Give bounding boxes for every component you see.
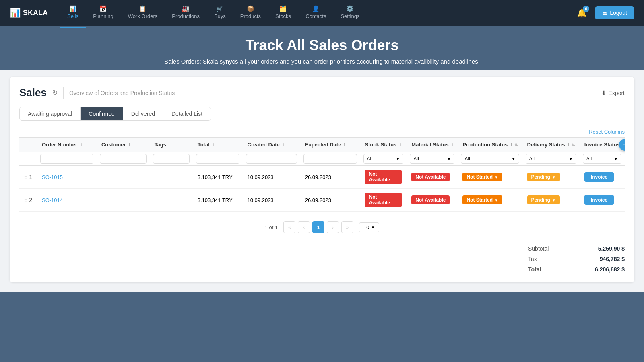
export-button[interactable]: ⬇ Export — [601, 90, 625, 96]
col-header-total: Total ℹ — [193, 138, 243, 152]
expected-date-filter[interactable] — [303, 154, 357, 164]
tax-value: 946,782 $ — [584, 256, 625, 262]
invoice-status-filter[interactable]: All ▼ — [583, 154, 621, 164]
row-2-handle: ≡ 2 — [24, 197, 32, 203]
row-1-stock-status-badge: Not Available — [365, 170, 402, 184]
row-1-tags — [150, 166, 193, 189]
col-header-expected-date: Expected Date ℹ — [300, 138, 360, 152]
row-2-delivery-status-dropdown[interactable]: Pending ▼ — [527, 195, 560, 204]
col-header-production-status: Production Status ℹ ⇅ — [458, 138, 522, 152]
nav-item-work-orders[interactable]: 📋 Work Orders — [121, 0, 165, 28]
table-row: ≡ 1 SO-1015 3.103,341 TRY 10.09.2023 26.… — [19, 166, 625, 189]
logout-button[interactable]: ⏏ Logout — [595, 6, 634, 19]
col-header-created-date: Created Date ℹ — [243, 138, 300, 152]
reset-columns-button[interactable]: Reset Columns — [589, 129, 625, 135]
total-filter[interactable] — [196, 154, 239, 164]
sales-header: Sales ↻ Overview of Orders and Productio… — [19, 86, 625, 99]
row-1-customer — [97, 166, 150, 189]
nav-item-settings[interactable]: ⚙️ Settings — [333, 0, 367, 28]
row-1-invoice-button[interactable]: Invoice — [584, 172, 614, 182]
notification-badge: 0 — [583, 6, 589, 12]
subtotal-label: Subtotal — [528, 245, 568, 252]
delivery-status-sort-icon: ⇅ — [572, 143, 575, 147]
tax-label: Tax — [528, 256, 568, 262]
table-row: ≡ 2 SO-1014 3.103,341 TRY 10.09.2023 26.… — [19, 189, 625, 212]
sales-table: Order Number ℹ Customer ℹ Tags Total ℹ — [19, 137, 625, 212]
nav-item-stocks[interactable]: 🗂️ Stocks — [268, 0, 298, 28]
settings-icon: ⚙️ — [346, 5, 354, 12]
pagination: 1 of 1 « ‹ 1 › » 10 ▼ — [19, 221, 625, 233]
row-2-customer — [97, 189, 150, 212]
subtotal-value: 5.259,90 $ — [584, 245, 625, 252]
work-orders-icon: 📋 — [139, 5, 147, 12]
drag-icon: ≡ — [24, 197, 27, 203]
row-2-stock-status-badge: Not Available — [365, 193, 402, 207]
nav-right: 🔔 0 ⏏ Logout — [575, 6, 634, 19]
order-link-so-1015[interactable]: SO-1015 — [42, 174, 63, 180]
customer-info-icon: ℹ — [128, 142, 130, 147]
row-2-material-status-badge: Not Available — [411, 195, 450, 204]
tab-delivered[interactable]: Delivered — [123, 107, 163, 120]
order-link-so-1014[interactable]: SO-1014 — [42, 197, 63, 203]
sales-title-area: Sales ↻ Overview of Orders and Productio… — [19, 86, 175, 99]
nav-item-contacts[interactable]: 👤 Contacts — [298, 0, 333, 28]
card: Sales ↻ Overview of Orders and Productio… — [10, 77, 634, 282]
summary: Subtotal 5.259,90 $ Tax 946,782 $ Total … — [19, 245, 625, 273]
bar-chart-icon: 📊 — [10, 8, 21, 18]
customer-filter[interactable] — [100, 154, 147, 164]
production-status-chevron-icon: ▼ — [494, 175, 498, 179]
first-page-button[interactable]: « — [283, 221, 295, 233]
page-1-button[interactable]: 1 — [312, 221, 324, 233]
col-header-material-status: Material Status ℹ — [407, 138, 458, 152]
delivery-status-filter[interactable]: All ▼ — [526, 154, 576, 164]
nav-item-planning[interactable]: 📅 Planning — [86, 0, 121, 28]
production-status-filter[interactable]: All ▼ — [461, 154, 519, 164]
material-status-info-icon: ℹ — [451, 142, 453, 147]
order-number-filter[interactable] — [40, 154, 93, 164]
production-status-info-icon: ℹ — [510, 142, 512, 147]
row-2-invoice-button[interactable]: Invoice — [584, 195, 614, 205]
brand-logo[interactable]: 📊 SKALA — [10, 8, 48, 18]
page-subtitle: Sales Orders: Skala synycs all your orde… — [8, 58, 636, 65]
productions-icon: 🏭 — [182, 5, 190, 12]
row-2-number: 2 — [29, 197, 32, 203]
brand-name: SKALA — [23, 9, 48, 17]
tab-awaiting-approval[interactable]: Awaiting approval — [20, 107, 80, 120]
tab-confirmed[interactable]: Confirmed — [80, 107, 123, 120]
col-header-tags: Tags — [150, 138, 193, 152]
material-filter-chevron-icon: ▼ — [447, 157, 451, 161]
created-date-filter[interactable] — [246, 154, 297, 164]
row-1-production-status-dropdown[interactable]: Not Started ▼ — [462, 173, 502, 181]
row-2-production-status-dropdown[interactable]: Not Started ▼ — [462, 195, 502, 204]
page-title: Track All Sales Orders — [8, 37, 636, 54]
production-status-sort-icon: ⇅ — [514, 143, 518, 147]
nav-item-sells[interactable]: 📊 Sells — [60, 0, 86, 28]
material-status-filter[interactable]: All ▼ — [410, 154, 454, 164]
refresh-button[interactable]: ↻ — [52, 89, 58, 97]
nav-item-buys[interactable]: 🛒 Buys — [207, 0, 233, 28]
row-1-delivery-status-dropdown[interactable]: Pending ▼ — [527, 173, 560, 181]
stock-status-filter[interactable]: All ▼ — [363, 154, 404, 164]
notification-button[interactable]: 🔔 0 — [575, 6, 588, 19]
col-header-stock-status: Stock Status ℹ — [360, 138, 407, 152]
nav-item-productions[interactable]: 🏭 Productions — [165, 0, 207, 28]
prev-page-button[interactable]: ‹ — [298, 221, 310, 233]
tags-filter[interactable] — [153, 154, 190, 164]
col-header-select — [19, 138, 37, 152]
planning-icon: 📅 — [99, 5, 107, 12]
navbar: 📊 SKALA 📊 Sells 📅 Planning 📋 Work Orders… — [0, 0, 644, 26]
nav-item-products[interactable]: 📦 Products — [233, 0, 268, 28]
row-1-total: 3.103,341 TRY — [193, 166, 243, 189]
tab-detailed-list[interactable]: Detailed List — [163, 107, 211, 120]
sells-icon: 📊 — [69, 5, 77, 12]
page-size-select[interactable]: 10 ▼ — [359, 222, 379, 232]
last-page-button[interactable]: » — [341, 221, 353, 233]
table-header-row: Order Number ℹ Customer ℹ Tags Total ℹ — [19, 138, 625, 152]
order-number-info-icon: ℹ — [80, 142, 82, 147]
next-page-button[interactable]: › — [327, 221, 339, 233]
total-label: Total — [528, 266, 568, 273]
add-column-button[interactable]: + — [619, 139, 625, 151]
summary-total-row: Total 6.206,682 $ — [528, 266, 625, 273]
main-content: Sales ↻ Overview of Orders and Productio… — [0, 70, 644, 292]
row-1-created-date: 10.09.2023 — [243, 166, 300, 189]
